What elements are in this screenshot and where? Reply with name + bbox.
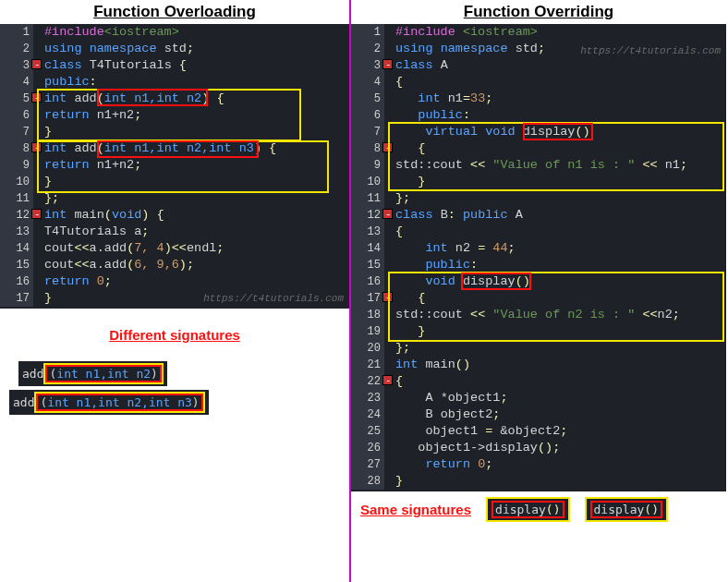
code-lines: #include <iostream> using namespace std;… (395, 24, 726, 490)
fold-icon (382, 375, 393, 385)
fold-icon (382, 59, 393, 69)
signature-chip: display() (486, 497, 569, 522)
right-code-block: https://t4tutorials.com 123 4567 8 91011… (351, 24, 726, 491)
fold-icon (382, 292, 393, 302)
fold-icon (382, 209, 393, 219)
signature-chip: display() (585, 497, 668, 522)
signature-chip: add(int n1,int n2,int n3) (9, 390, 349, 415)
fold-icon (31, 142, 42, 152)
fold-icon (31, 59, 42, 69)
line-gutter: 123 4567 8 9101112 13141516 17 18192021 … (351, 24, 384, 490)
left-caption: Different signatures (109, 327, 240, 343)
fold-icon (31, 92, 42, 103)
right-bottom-row: Same signatures display() display() (351, 491, 726, 527)
right-title: Function Overriding (351, 0, 726, 24)
line-gutter: 123 45 678 9101112 1314151617 (0, 24, 33, 307)
left-column: Function Overloading https://t4tutorials… (0, 0, 349, 582)
left-code-block: https://t4tutorials.com 123 45 678 91011… (0, 24, 349, 309)
fold-icon (31, 209, 42, 219)
right-caption: Same signatures (360, 502, 471, 517)
code-lines: #include<iostream> using namespace std; … (44, 24, 349, 307)
right-column: Function Overriding https://t4tutorials.… (349, 0, 726, 582)
fold-icon (382, 142, 393, 152)
left-title: Function Overloading (0, 0, 349, 24)
signature-chip: add(int n1,int n2) (18, 361, 349, 386)
